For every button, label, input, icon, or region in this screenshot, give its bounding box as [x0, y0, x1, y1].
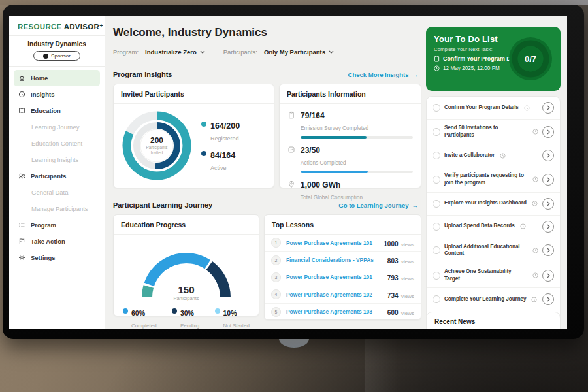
learning-journey-header: Participant Learning Journey Go to Learn… [113, 201, 418, 209]
location-pin-icon [287, 180, 295, 188]
section-title: Participant Learning Journey [113, 201, 212, 209]
registered-label: Registered [210, 135, 239, 142]
lesson-link[interactable]: Power Purchase Agreements 102 [286, 291, 382, 298]
todo-progress-value: 0/7 [507, 35, 554, 82]
sidebar-item-learning-insights[interactable]: Learning Insights [14, 152, 100, 168]
task-checkbox[interactable] [433, 104, 440, 112]
go-to-learning-journey-link[interactable]: Go to Learning Journey → [338, 202, 418, 209]
sidebar-item-settings[interactable]: Settings [14, 250, 100, 266]
todo-panel: Your To Do List Complete Your Next Task:… [425, 16, 567, 329]
sidebar-item-insights[interactable]: Insights [14, 86, 100, 103]
task-open-button[interactable] [542, 244, 554, 256]
task-open-button[interactable] [542, 150, 554, 161]
lesson-row: 3 Power Purchase Agreements 101 793 view… [265, 269, 421, 286]
active-label: Active [210, 165, 227, 171]
task-label: Explore Your Insights Dashboard [444, 200, 527, 207]
invited-participants-card: Invited Participants 200 Participants In… [113, 84, 274, 188]
task-label: Send 50 Invitations to Participants [444, 125, 527, 139]
task-checkbox[interactable] [433, 295, 440, 303]
chevron-right-icon [547, 105, 550, 110]
chevron-right-icon [547, 273, 550, 278]
participants-dropdown[interactable]: Participants: Only My Participants [223, 48, 334, 56]
rank-badge: 5 [271, 307, 281, 317]
sidebar-item-education-content[interactable]: Education Content [14, 135, 100, 152]
sidebar-item-label: Settings [31, 254, 55, 261]
lesson-link[interactable]: Power Purchase Agreements 101 [286, 274, 382, 280]
stat-actions-completed: 23/50 Actions Completed [280, 139, 421, 167]
check-more-insights-link[interactable]: Check More Insights → [348, 71, 418, 78]
monitor-bezel: RESOURCE ADVISOR+ Industry Dynamics Spon… [3, 5, 584, 339]
program-insights-header: Program Insights Check More Insights → [113, 71, 418, 78]
sponsor-badge-label: Sponsor [51, 53, 71, 59]
top-lessons-card: Top Lessons 1 Power Purchase Agreements … [264, 214, 421, 320]
lesson-link[interactable]: Power Purchase Agreements 101 [286, 240, 378, 246]
sidebar-item-label: General Data [31, 189, 69, 196]
completed-dot-icon [123, 308, 128, 314]
legend-item-not-started: 10% Not Started [215, 306, 250, 329]
task-row: Upload Additional Educational Content [427, 238, 560, 263]
recent-news-title: Recent News [434, 318, 475, 325]
actions-completed-value: 23/50 [301, 146, 320, 155]
task-checkbox[interactable] [433, 128, 440, 136]
sidebar-item-label: Learning Insights [31, 156, 78, 163]
insights-icon [18, 91, 25, 98]
task-open-button[interactable] [542, 221, 554, 233]
sidebar-item-learning-journey[interactable]: Learning Journey [14, 119, 100, 135]
task-checkbox[interactable] [433, 176, 440, 184]
lesson-link[interactable]: Power Purchase Agreements 103 [286, 308, 382, 315]
sidebar-item-label: Insights [31, 91, 54, 98]
task-checkbox[interactable] [433, 200, 440, 208]
views-word: views [401, 310, 414, 316]
lesson-link[interactable]: Financial Considerations - VPPAs [286, 257, 382, 263]
chevron-right-icon [547, 129, 550, 135]
task-checkbox[interactable] [433, 246, 440, 254]
task-open-button[interactable] [542, 102, 554, 114]
link-label: Check More Insights [348, 71, 409, 78]
sidebar-item-participants[interactable]: Participants [14, 168, 100, 184]
task-row: Invite a Collaborator [427, 144, 560, 167]
task-label: Achieve One Sustainability Target [444, 269, 527, 282]
views-word: views [401, 293, 414, 299]
sidebar-item-label: Manage Participants [31, 205, 88, 212]
task-open-button[interactable] [542, 174, 554, 186]
task-label: Complete Your Learning Journey [444, 296, 526, 303]
participants-icon [18, 172, 25, 180]
lesson-row: 2 Financial Considerations - VPPAs 803 v… [265, 251, 421, 268]
sidebar-item-manage-participants[interactable]: Manage Participants [14, 201, 100, 217]
education-icon [18, 107, 25, 114]
sidebar-item-education[interactable]: Education [14, 103, 100, 119]
task-checkbox[interactable] [433, 152, 440, 159]
sidebar-item-program[interactable]: Program [14, 217, 100, 233]
participants-label: Participants: [223, 48, 257, 56]
lesson-views-count: 803 [387, 257, 399, 265]
invited-donut-chart: 200 Participants Invited [118, 106, 196, 185]
card-title: Education Progress [114, 215, 259, 235]
task-row: Send 50 Invitations to Participants [427, 120, 560, 144]
not-started-value: 10% [223, 309, 237, 317]
task-checkbox[interactable] [433, 272, 440, 280]
sidebar-item-general-data[interactable]: General Data [14, 184, 100, 201]
legend-item-active: 84/164 Active [201, 149, 240, 172]
card-title: Invited Participants [114, 84, 274, 104]
sidebar-item-home[interactable]: Home [14, 70, 100, 86]
sidebar-item-label: Home [31, 74, 48, 82]
task-open-button[interactable] [542, 126, 554, 138]
global-consumption-value: 1,000 GWh [301, 180, 340, 189]
task-open-button[interactable] [542, 293, 554, 305]
stat-emission-survey: 79/164 Emission Survey Completed [280, 104, 421, 133]
completed-label: Completed [131, 323, 157, 329]
gauge-center-label: 150 Participants [131, 284, 242, 301]
sponsor-icon [43, 54, 48, 59]
registered-value: 164/200 [210, 122, 240, 131]
task-open-button[interactable] [542, 270, 554, 282]
task-checkbox[interactable] [433, 223, 440, 231]
task-clock-icon [500, 153, 506, 159]
home-icon [18, 74, 25, 82]
program-dropdown[interactable]: Program: Industrialize Zero [113, 48, 205, 56]
task-row: Explore Your Insights Dashboard [427, 193, 560, 216]
task-row: Confirm Your Program Details [427, 97, 560, 120]
task-label: Invite a Collaborator [444, 152, 495, 159]
logo-text-secondary: ADVISOR [64, 23, 100, 31]
task-open-button[interactable] [542, 198, 554, 210]
sidebar-item-take-action[interactable]: Take Action [14, 233, 100, 250]
